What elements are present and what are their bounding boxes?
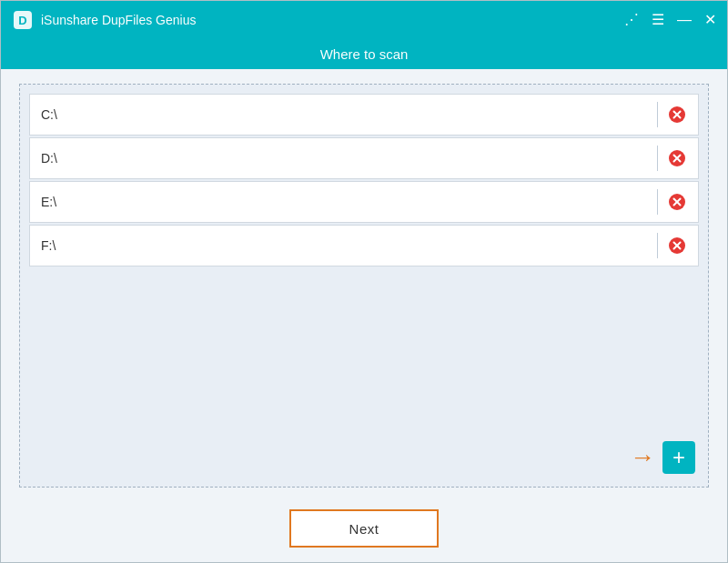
minimize-icon[interactable]: — [677,13,692,27]
add-area: → + [630,441,695,474]
share-icon[interactable]: ⋰ [624,13,639,27]
scan-items-list: C:\ D:\ E:\ F:\ [29,94,699,268]
remove-item-button[interactable] [667,192,687,212]
titlebar: D iSunshare DupFiles Genius ⋰ ☰ — ✕ [1,1,727,39]
scan-item-label: F:\ [41,238,648,253]
app-window: D iSunshare DupFiles Genius ⋰ ☰ — ✕ Wher… [0,0,728,563]
scan-item-e-drive: E:\ [29,181,699,223]
scan-list-area: C:\ D:\ E:\ F:\ → + [19,84,709,488]
scan-item-divider [657,189,658,215]
remove-item-button[interactable] [667,105,687,125]
scan-item-label: D:\ [41,151,648,166]
section-header: Where to scan [1,39,727,69]
scan-item-f-drive: F:\ [29,225,699,266]
add-location-button[interactable]: + [662,441,695,474]
scan-item-divider [657,146,658,171]
menu-icon[interactable]: ☰ [652,13,664,27]
scan-item-label: E:\ [41,195,648,209]
scan-item-divider [657,102,658,127]
next-button[interactable]: Next [289,509,439,548]
remove-item-button[interactable] [667,148,687,168]
app-logo: D [12,9,34,31]
main-content: C:\ D:\ E:\ F:\ → + [1,69,727,497]
scan-item-d-drive: D:\ [29,137,699,179]
remove-item-button[interactable] [667,236,687,256]
close-icon[interactable]: ✕ [704,13,716,27]
scan-item-c-drive: C:\ [29,94,699,136]
window-controls: ⋰ ☰ — ✕ [624,13,716,27]
footer: Next [1,497,727,562]
arrow-icon: → [630,445,655,470]
scan-item-divider [657,233,658,258]
scan-item-label: C:\ [41,107,648,122]
svg-text:D: D [18,14,26,27]
app-title: iSunshare DupFiles Genius [41,13,624,27]
